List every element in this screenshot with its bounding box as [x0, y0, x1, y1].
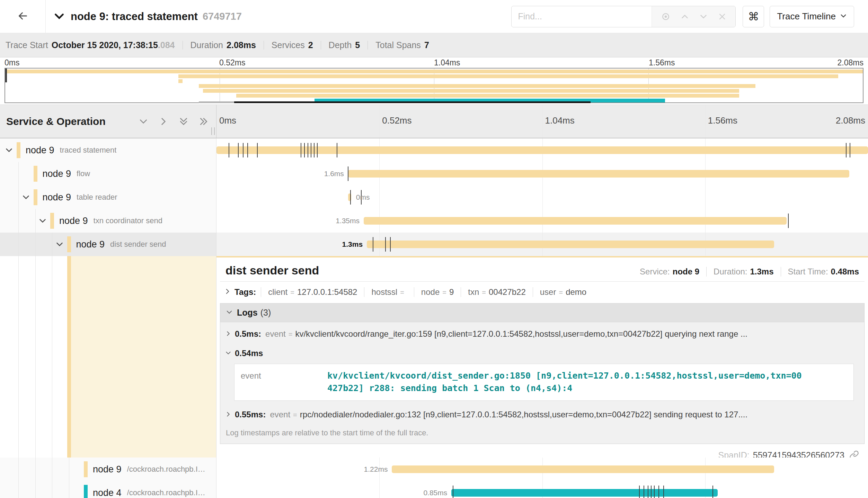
expand-one-icon[interactable]: [159, 117, 168, 126]
deep-link-icon[interactable]: [849, 450, 859, 458]
service-color-bar: [34, 166, 37, 182]
log-marker-tick: [247, 143, 248, 157]
minimap-span-bar: [178, 74, 838, 78]
span-duration-label: 0ms: [356, 193, 370, 201]
trace-minimap[interactable]: 0ms 0.52ms 1.04ms 1.56ms 2.08ms: [0, 57, 868, 105]
log-field-value: kv/kvclient/kvcoord/dist_sender.go:1850 …: [327, 370, 803, 395]
chevron-right-icon: [224, 287, 231, 297]
span-tree-cell[interactable]: node 9txn coordinator send: [0, 209, 216, 233]
log-marker-tick: [311, 143, 311, 157]
minimap-tick-labels: 0ms 0.52ms 1.04ms 1.56ms 2.08ms: [5, 58, 863, 67]
collapse-one-icon[interactable]: [139, 117, 148, 126]
span-bar[interactable]: [451, 489, 718, 497]
span-row[interactable]: node 9txn coordinator send1.35ms: [0, 209, 868, 233]
expand-chevron-icon[interactable]: [38, 217, 47, 225]
duration-stat: Duration 2.08ms: [183, 41, 264, 49]
log-entry-2-toggle[interactable]: 0.54ms: [220, 344, 864, 362]
find-input[interactable]: [512, 6, 652, 27]
span-bar[interactable]: [348, 170, 849, 178]
collapse-all-icon[interactable]: [179, 117, 188, 126]
span-duration-label: 0.85ms: [423, 489, 447, 497]
span-timeline-cell[interactable]: 0.85ms: [216, 481, 868, 498]
selected-span-highlight: [67, 256, 216, 458]
expand-chevron-icon[interactable]: [5, 146, 13, 154]
tags-toggle[interactable]: Tags: client=127.0.0.1:54582 hostssl= no…: [216, 282, 868, 302]
log-marker-tick: [712, 486, 713, 498]
log-entry-1[interactable]: 0.5ms: event = kv/kvclient/kvcoord/range…: [220, 324, 864, 344]
minimap-scrubber-handle[interactable]: [5, 69, 7, 82]
span-tree-cell[interactable]: node 9flow: [0, 162, 216, 185]
span-bar[interactable]: [364, 217, 787, 225]
span-row[interactable]: node 9flow1.6ms: [0, 162, 868, 185]
tag-user: user=demo: [533, 287, 593, 297]
span-id-value: 5597415943526560273: [753, 450, 844, 458]
span-row[interactable]: node 9dist sender send1.3ms: [0, 233, 868, 256]
span-tree-cell[interactable]: node 9traced statement: [0, 138, 216, 162]
trace-view-selector-button[interactable]: Trace Timeline: [770, 6, 854, 27]
span-row[interactable]: node 9/cockroach.roachpb.I…1.22ms: [0, 458, 868, 481]
expand-all-icon[interactable]: [199, 117, 209, 126]
span-tree-cell[interactable]: node 4/cockroach.roachpb.I…: [0, 481, 216, 498]
log-marker-tick: [308, 143, 308, 157]
logs-header-label: Logs: [237, 308, 258, 318]
span-row[interactable]: node 4/cockroach.roachpb.I…0.85ms: [0, 481, 868, 498]
service-name: node 4: [93, 488, 122, 498]
span-timeline-cell[interactable]: 1.22ms: [216, 458, 868, 481]
log-marker-tick: [639, 486, 640, 498]
chevron-right-icon: [225, 329, 231, 339]
span-tree-cell[interactable]: node 9/cockroach.roachpb.I…: [0, 458, 216, 481]
span-bar[interactable]: [392, 465, 774, 473]
span-timeline-cell[interactable]: 1.3ms: [216, 233, 868, 256]
log-marker-tick: [348, 166, 348, 181]
log-marker-tick: [243, 143, 243, 157]
span-timeline-cell[interactable]: [216, 138, 868, 162]
clear-find-icon[interactable]: [717, 12, 727, 21]
find-box: [511, 6, 736, 27]
trace-collapse-chevron-icon[interactable]: [53, 11, 65, 22]
log-marker-tick: [648, 486, 648, 498]
trace-id: 6749717: [203, 11, 242, 22]
span-bar[interactable]: [367, 241, 774, 248]
log-marker-tick: [314, 143, 315, 157]
trace-start-stat: Trace Start October 15 2020, 17:38:15 .0…: [6, 41, 183, 49]
minimap-canvas[interactable]: [5, 68, 863, 103]
span-row[interactable]: node 9traced statement: [0, 138, 868, 162]
logs-toggle[interactable]: Logs (3): [220, 304, 864, 322]
span-duration-label: 1.35ms: [336, 217, 360, 225]
logs-count: (3): [260, 308, 271, 318]
next-match-icon[interactable]: [698, 11, 709, 22]
minimap-span-bar: [178, 79, 183, 83]
span-detail-row: dist sender send Service:node 9 Duration…: [0, 256, 868, 458]
span-timeline-cell[interactable]: 1.6ms: [216, 162, 868, 185]
log-marker-tick: [304, 143, 305, 157]
prev-match-icon[interactable]: [680, 11, 690, 22]
expand-chevron-icon[interactable]: [55, 240, 64, 248]
log-marker-tick: [238, 143, 239, 157]
detail-service-stat: Service:node 9: [633, 267, 706, 277]
span-timeline-cell[interactable]: 0ms: [216, 185, 868, 209]
expand-chevron-icon[interactable]: [22, 193, 30, 201]
view-button-label: Trace Timeline: [777, 11, 836, 22]
log-marker-tick: [337, 143, 337, 157]
span-rows-top: node 9traced statementnode 9flow1.6msnod…: [0, 138, 868, 256]
span-tree-cell[interactable]: node 9table reader: [0, 185, 216, 209]
minimap-viewport-indicator[interactable]: [234, 101, 591, 103]
keyboard-shortcuts-button[interactable]: ⌘: [743, 6, 764, 27]
selected-span-color-stripe: [67, 256, 71, 458]
trace-page: node 9: traced statement 6749717: [0, 0, 868, 498]
log-marker-tick: [257, 143, 258, 157]
back-button[interactable]: [0, 0, 46, 33]
tag-node: node=9: [414, 287, 461, 297]
span-row[interactable]: node 9table reader0ms: [0, 185, 868, 209]
trace-start-value: October 15 2020, 17:38:15: [52, 41, 158, 49]
span-tree-cell[interactable]: node 9dist sender send: [0, 233, 216, 256]
log-entry-3[interactable]: 0.55ms: event = rpc/nodedialer/nodediale…: [220, 404, 864, 424]
log-marker-tick: [788, 214, 789, 228]
timeline-header-left: Service & Operation: [0, 105, 216, 138]
span-timeline-cell[interactable]: 1.35ms: [216, 209, 868, 233]
log-marker-tick: [453, 486, 453, 498]
focus-icon[interactable]: [661, 11, 671, 22]
column-resize-grip[interactable]: [211, 127, 215, 135]
service-name: node 9: [26, 145, 54, 156]
tag-client: client=127.0.0.1:54582: [261, 287, 364, 297]
